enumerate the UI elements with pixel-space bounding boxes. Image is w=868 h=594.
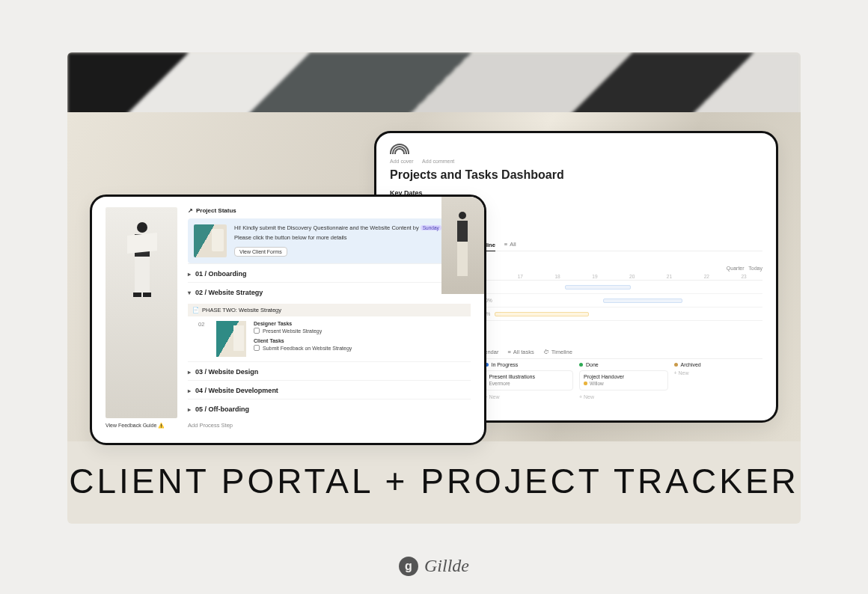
promo-headline: CLIENT PORTAL + PROJECT TRACKER: [67, 461, 801, 501]
designer-task-checkbox[interactable]: Present Website Strategy: [254, 328, 352, 334]
view-quarter[interactable]: Quarter: [727, 266, 745, 271]
task-card[interactable]: Present Illustrations Evermore: [485, 370, 574, 391]
brand-logo-icon: g: [399, 557, 418, 576]
rainbow-icon: [390, 144, 409, 154]
portal-hero-image: View Feedback Guide ⚠️: [106, 207, 177, 429]
column-done: Done Project Handover Willow + New: [579, 362, 668, 411]
brand-name: Gillde: [424, 556, 469, 576]
page-icon: 📄: [192, 307, 199, 313]
project-status-heading: ↗ Project Status: [188, 207, 471, 214]
brand-footer: g Gillde: [0, 556, 868, 576]
view-today[interactable]: Today: [748, 266, 762, 271]
section-off-boarding[interactable]: ▸05 / Off-boarding: [188, 399, 471, 417]
client-portal-window: View Feedback Guide ⚠️ ↗ Project Status …: [90, 195, 486, 445]
add-task[interactable]: + New: [485, 394, 574, 399]
phase-subheader[interactable]: 📄PHASE TWO: Website Strategy: [188, 304, 471, 316]
promo-canvas: Add cover Add comment Projects and Tasks…: [67, 52, 801, 524]
feedback-guide-link[interactable]: View Feedback Guide ⚠️: [106, 423, 177, 429]
dashboard-title: Projects and Tasks Dashboard: [390, 168, 762, 182]
page-actions: Add cover Add comment: [390, 159, 762, 164]
view-client-forms-button[interactable]: View Client Forms: [234, 247, 287, 257]
callout-image: [194, 224, 227, 257]
deadline-chip: Sunday: [421, 225, 441, 230]
tab-tasks-timeline[interactable]: ⏱ Timeline: [543, 349, 572, 355]
section-onboarding[interactable]: ▸01 / Onboarding: [188, 263, 471, 282]
phase-task-block: 02 Designer Tasks Present Website Strate…: [198, 321, 471, 357]
phase-image: [216, 321, 246, 357]
client-task-checkbox[interactable]: Submit Feedback on Website Strategy: [254, 345, 352, 351]
status-callout: Hi! Kindly submit the Discovery Question…: [188, 218, 471, 263]
section-website-design[interactable]: ▸03 / Website Design: [188, 361, 471, 380]
section-website-development[interactable]: ▸04 / Website Development: [188, 380, 471, 399]
add-comment-button[interactable]: Add comment: [422, 159, 454, 164]
add-cover-button[interactable]: Add cover: [390, 159, 414, 164]
add-process-step[interactable]: Add Process Step: [188, 417, 471, 429]
arrow-icon: ↗: [188, 207, 193, 214]
column-archived: Archived + New: [674, 362, 763, 411]
portal-side-photo: [441, 197, 486, 294]
tab-all[interactable]: ≡ All: [504, 241, 516, 248]
section-website-strategy[interactable]: ▾02 / Website Strategy: [188, 282, 471, 301]
column-in-progress: In Progress Present Illustrations Evermo…: [485, 362, 574, 411]
tab-all-tasks[interactable]: ≡ All tasks: [507, 349, 534, 355]
add-task[interactable]: + New: [674, 370, 763, 376]
task-card[interactable]: Project Handover Willow: [579, 370, 668, 391]
add-task[interactable]: + New: [579, 394, 668, 399]
